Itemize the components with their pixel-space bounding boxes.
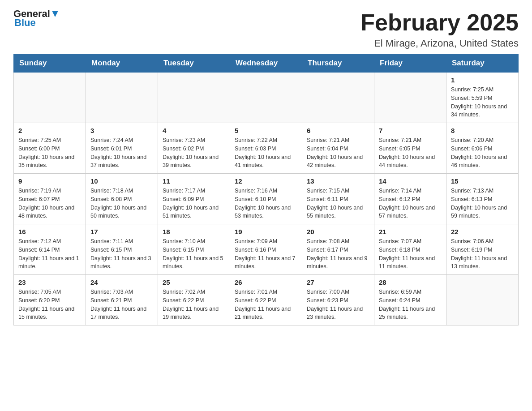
calendar-cell: 18Sunrise: 7:10 AMSunset: 6:15 PMDayligh… — [158, 224, 230, 275]
calendar-cell: 4Sunrise: 7:23 AMSunset: 6:02 PMDaylight… — [158, 123, 230, 174]
calendar-cell — [446, 275, 519, 325]
calendar-cell: 7Sunrise: 7:21 AMSunset: 6:05 PMDaylight… — [374, 123, 446, 174]
day-info: Sunrise: 7:19 AMSunset: 6:07 PMDaylight:… — [18, 187, 81, 220]
calendar-week-4: 16Sunrise: 7:12 AMSunset: 6:14 PMDayligh… — [14, 224, 519, 275]
day-number: 19 — [235, 228, 297, 235]
day-info: Sunrise: 7:06 AMSunset: 6:19 PMDaylight:… — [451, 237, 514, 271]
day-info: Sunrise: 7:13 AMSunset: 6:13 PMDaylight:… — [451, 187, 514, 220]
day-number: 10 — [90, 177, 153, 185]
day-number: 3 — [90, 127, 153, 134]
calendar-cell — [230, 73, 302, 123]
svg-marker-0 — [52, 11, 58, 17]
day-number: 17 — [90, 228, 153, 235]
title-area: February 2025 El Mirage, Arizona, United… — [360, 9, 519, 49]
calendar-cell: 9Sunrise: 7:19 AMSunset: 6:07 PMDaylight… — [14, 174, 86, 224]
calendar-cell — [158, 73, 230, 123]
day-number: 5 — [235, 127, 297, 134]
logo-arrow-icon — [50, 9, 60, 19]
calendar-cell: 1Sunrise: 7:25 AMSunset: 5:59 PMDaylight… — [446, 73, 519, 123]
calendar-cell: 24Sunrise: 7:03 AMSunset: 6:21 PMDayligh… — [86, 275, 158, 325]
day-info: Sunrise: 7:07 AMSunset: 6:18 PMDaylight:… — [379, 237, 442, 271]
header-sunday: Sunday — [14, 54, 86, 73]
day-number: 1 — [451, 76, 514, 84]
calendar-week-2: 2Sunrise: 7:25 AMSunset: 6:00 PMDaylight… — [14, 123, 519, 174]
header-row: Sunday Monday Tuesday Wednesday Thursday… — [14, 54, 519, 73]
calendar-cell: 13Sunrise: 7:15 AMSunset: 6:11 PMDayligh… — [302, 174, 374, 224]
calendar-cell — [14, 73, 86, 123]
day-number: 6 — [307, 127, 369, 134]
day-info: Sunrise: 7:25 AMSunset: 6:00 PMDaylight:… — [18, 136, 81, 170]
day-info: Sunrise: 7:17 AMSunset: 6:09 PMDaylight:… — [163, 187, 225, 220]
day-info: Sunrise: 7:05 AMSunset: 6:20 PMDaylight:… — [18, 288, 81, 321]
day-info: Sunrise: 6:59 AMSunset: 6:24 PMDaylight:… — [379, 288, 442, 321]
day-info: Sunrise: 7:01 AMSunset: 6:22 PMDaylight:… — [235, 288, 297, 321]
calendar-cell: 12Sunrise: 7:16 AMSunset: 6:10 PMDayligh… — [230, 174, 302, 224]
header-monday: Monday — [86, 54, 158, 73]
calendar-cell: 23Sunrise: 7:05 AMSunset: 6:20 PMDayligh… — [14, 275, 86, 325]
calendar-cell — [374, 73, 446, 123]
header-thursday: Thursday — [302, 54, 374, 73]
day-number: 16 — [18, 228, 81, 235]
calendar-cell: 3Sunrise: 7:24 AMSunset: 6:01 PMDaylight… — [86, 123, 158, 174]
day-number: 12 — [235, 177, 297, 185]
logo: General Blue — [13, 9, 60, 28]
calendar-cell: 22Sunrise: 7:06 AMSunset: 6:19 PMDayligh… — [446, 224, 519, 275]
day-number: 18 — [163, 228, 225, 235]
calendar-cell: 16Sunrise: 7:12 AMSunset: 6:14 PMDayligh… — [14, 224, 86, 275]
day-info: Sunrise: 7:24 AMSunset: 6:01 PMDaylight:… — [90, 136, 153, 170]
calendar-cell: 19Sunrise: 7:09 AMSunset: 6:16 PMDayligh… — [230, 224, 302, 275]
calendar-cell: 17Sunrise: 7:11 AMSunset: 6:15 PMDayligh… — [86, 224, 158, 275]
calendar-header: Sunday Monday Tuesday Wednesday Thursday… — [14, 54, 519, 73]
calendar-cell: 27Sunrise: 7:00 AMSunset: 6:23 PMDayligh… — [302, 275, 374, 325]
day-number: 22 — [451, 228, 514, 235]
calendar-cell: 10Sunrise: 7:18 AMSunset: 6:08 PMDayligh… — [86, 174, 158, 224]
day-info: Sunrise: 7:21 AMSunset: 6:04 PMDaylight:… — [307, 136, 369, 170]
day-info: Sunrise: 7:22 AMSunset: 6:03 PMDaylight:… — [235, 136, 297, 170]
header-tuesday: Tuesday — [158, 54, 230, 73]
calendar-week-1: 1Sunrise: 7:25 AMSunset: 5:59 PMDaylight… — [14, 73, 519, 123]
calendar-cell: 6Sunrise: 7:21 AMSunset: 6:04 PMDaylight… — [302, 123, 374, 174]
calendar-title: February 2025 — [360, 9, 519, 36]
calendar-cell: 8Sunrise: 7:20 AMSunset: 6:06 PMDaylight… — [446, 123, 519, 174]
calendar-week-3: 9Sunrise: 7:19 AMSunset: 6:07 PMDaylight… — [14, 174, 519, 224]
day-number: 26 — [235, 278, 297, 286]
day-info: Sunrise: 7:02 AMSunset: 6:22 PMDaylight:… — [163, 288, 225, 321]
day-number: 13 — [307, 177, 369, 185]
calendar-cell: 20Sunrise: 7:08 AMSunset: 6:17 PMDayligh… — [302, 224, 374, 275]
calendar-cell: 15Sunrise: 7:13 AMSunset: 6:13 PMDayligh… — [446, 174, 519, 224]
day-number: 21 — [379, 228, 442, 235]
day-number: 9 — [18, 177, 81, 185]
calendar-table: Sunday Monday Tuesday Wednesday Thursday… — [13, 54, 519, 325]
day-number: 11 — [163, 177, 225, 185]
calendar-cell: 11Sunrise: 7:17 AMSunset: 6:09 PMDayligh… — [158, 174, 230, 224]
day-info: Sunrise: 7:25 AMSunset: 5:59 PMDaylight:… — [451, 86, 514, 119]
day-info: Sunrise: 7:18 AMSunset: 6:08 PMDaylight:… — [90, 187, 153, 220]
calendar-cell: 26Sunrise: 7:01 AMSunset: 6:22 PMDayligh… — [230, 275, 302, 325]
day-number: 15 — [451, 177, 514, 185]
logo-area: General Blue — [13, 9, 60, 28]
calendar-cell: 25Sunrise: 7:02 AMSunset: 6:22 PMDayligh… — [158, 275, 230, 325]
day-info: Sunrise: 7:11 AMSunset: 6:15 PMDaylight:… — [90, 237, 153, 271]
day-info: Sunrise: 7:10 AMSunset: 6:15 PMDaylight:… — [163, 237, 225, 271]
day-number: 4 — [163, 127, 225, 134]
logo-blue-text: Blue — [13, 18, 60, 28]
calendar-cell — [302, 73, 374, 123]
calendar-cell: 28Sunrise: 6:59 AMSunset: 6:24 PMDayligh… — [374, 275, 446, 325]
day-number: 7 — [379, 127, 442, 134]
day-info: Sunrise: 7:21 AMSunset: 6:05 PMDaylight:… — [379, 136, 442, 170]
day-number: 27 — [307, 278, 369, 286]
header-saturday: Saturday — [446, 54, 519, 73]
calendar-body: 1Sunrise: 7:25 AMSunset: 5:59 PMDaylight… — [14, 73, 519, 325]
header-wednesday: Wednesday — [230, 54, 302, 73]
calendar-cell: 14Sunrise: 7:14 AMSunset: 6:12 PMDayligh… — [374, 174, 446, 224]
day-info: Sunrise: 7:08 AMSunset: 6:17 PMDaylight:… — [307, 237, 369, 271]
day-info: Sunrise: 7:03 AMSunset: 6:21 PMDaylight:… — [90, 288, 153, 321]
day-info: Sunrise: 7:20 AMSunset: 6:06 PMDaylight:… — [451, 136, 514, 170]
day-number: 14 — [379, 177, 442, 185]
day-number: 24 — [90, 278, 153, 286]
day-info: Sunrise: 7:23 AMSunset: 6:02 PMDaylight:… — [163, 136, 225, 170]
day-number: 23 — [18, 278, 81, 286]
day-info: Sunrise: 7:15 AMSunset: 6:11 PMDaylight:… — [307, 187, 369, 220]
day-info: Sunrise: 7:14 AMSunset: 6:12 PMDaylight:… — [379, 187, 442, 220]
calendar-week-5: 23Sunrise: 7:05 AMSunset: 6:20 PMDayligh… — [14, 275, 519, 325]
